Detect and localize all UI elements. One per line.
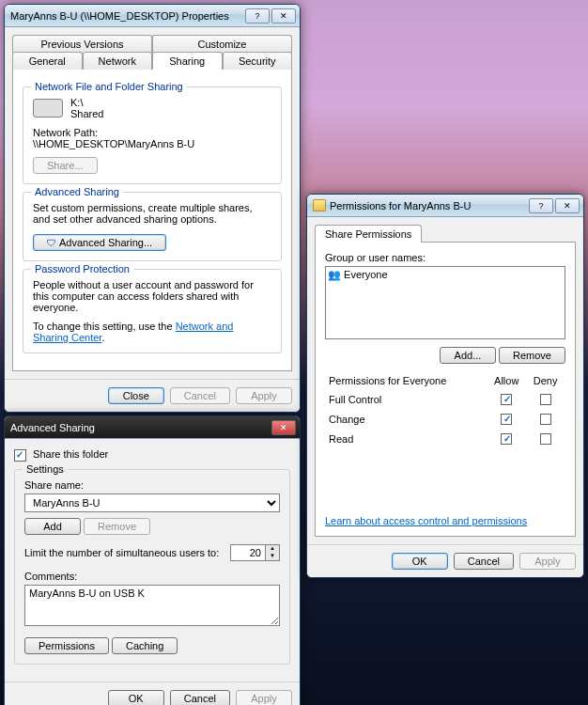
tab-security[interactable]: Security	[223, 52, 293, 70]
limit-label: Limit the number of simultaneous users t…	[24, 547, 223, 558]
advanced-sharing-window: Advanced Sharing ✕ Share this folder Set…	[4, 415, 301, 705]
limit-input[interactable]	[231, 545, 265, 560]
limit-spinner[interactable]: ▲▼	[230, 544, 280, 561]
titlebar: Permissions for MaryAnns B-U ? ✕	[307, 195, 583, 217]
tab-network[interactable]: Network	[83, 52, 153, 70]
pwd-change-line: To change this setting, use the Network …	[33, 321, 271, 343]
cancel-btn[interactable]: Cancel	[170, 387, 230, 404]
properties-buttons: Close Cancel Apply	[5, 379, 300, 412]
tab-customize[interactable]: Customize	[152, 35, 292, 53]
spin-up[interactable]: ▲	[266, 545, 279, 553]
advanced-sharing-button[interactable]: Advanced Sharing...	[33, 234, 166, 251]
properties-window: MaryAnns B-U (\\HOME_DESKTOP) Properties…	[4, 4, 301, 413]
window-title: Permissions for MaryAnns B-U	[330, 200, 527, 212]
properties-body: Previous Versions Customize General Netw…	[5, 27, 300, 379]
close-button[interactable]: ✕	[271, 420, 296, 435]
help-button[interactable]: ?	[245, 8, 270, 24]
help-button[interactable]: ?	[529, 198, 553, 213]
apply-btn[interactable]: Apply	[236, 387, 292, 404]
drive-letter: K:\	[70, 97, 103, 108]
remove-share-button[interactable]: Remove	[84, 518, 150, 535]
network-path-label: Network Path:	[33, 127, 271, 138]
perm-row-full-control: Full Control	[327, 390, 564, 408]
perm-row-change: Change	[327, 410, 564, 428]
apply-btn[interactable]: Apply	[236, 690, 292, 705]
titlebar: MaryAnns B-U (\\HOME_DESKTOP) Properties…	[5, 5, 300, 27]
permissions-button[interactable]: Permissions	[24, 637, 109, 654]
close-button[interactable]: ✕	[271, 8, 296, 24]
settings-legend: Settings	[23, 463, 68, 475]
tab-share-permissions[interactable]: Share Permissions	[315, 225, 422, 243]
cancel-btn[interactable]: Cancel	[170, 690, 230, 705]
tabs-row-2: General Network Sharing Security	[12, 52, 292, 70]
cancel-btn[interactable]: Cancel	[454, 553, 514, 570]
settings-group: Settings Share name: MaryAnns B-U Add Re…	[14, 469, 290, 665]
tab-previous-versions[interactable]: Previous Versions	[12, 35, 152, 53]
add-share-button[interactable]: Add	[24, 518, 81, 535]
tab-general[interactable]: General	[12, 52, 83, 70]
share-name-select[interactable]: MaryAnns B-U	[24, 494, 280, 512]
share-folder-checkbox[interactable]	[14, 449, 26, 462]
read-allow[interactable]	[501, 433, 512, 445]
nfs-legend: Network File and Folder Sharing	[31, 81, 187, 92]
apply-btn[interactable]: Apply	[519, 553, 576, 570]
change-allow[interactable]	[501, 414, 512, 425]
adv-buttons: OK Cancel Apply	[5, 682, 300, 705]
pwd-text: People without a user account and passwo…	[33, 279, 271, 313]
tabs-row-1: Previous Versions Customize	[12, 35, 292, 53]
full-control-deny[interactable]	[540, 394, 551, 405]
comments-label: Comments:	[24, 571, 280, 582]
share-status: Shared	[70, 108, 103, 119]
perm-row-read: Read	[327, 430, 564, 447]
sharing-panel: Network File and Folder Sharing K:\ Shar…	[12, 69, 292, 371]
pwd-legend: Password Protection	[31, 263, 133, 274]
ok-btn[interactable]: OK	[108, 690, 164, 705]
folder-icon	[313, 199, 326, 212]
perm-buttons: OK Cancel Apply	[307, 544, 583, 577]
permissions-window: Permissions for MaryAnns B-U ? ✕ Share P…	[306, 194, 584, 578]
close-button[interactable]: ✕	[555, 198, 580, 213]
deny-header: Deny	[527, 373, 564, 388]
adv-body: Share this folder Settings Share name: M…	[5, 439, 300, 682]
permissions-table: Permissions for Everyone Allow Deny Full…	[325, 371, 565, 449]
users-listbox[interactable]: Everyone	[325, 266, 565, 339]
allow-header: Allow	[487, 373, 525, 388]
user-everyone[interactable]: Everyone	[328, 269, 563, 281]
window-title: Advanced Sharing	[10, 422, 270, 433]
read-deny[interactable]	[540, 433, 551, 445]
add-user-button[interactable]: Add...	[440, 347, 496, 364]
nfs-group: Network File and Folder Sharing K:\ Shar…	[23, 86, 282, 184]
drive-icon	[33, 99, 63, 118]
remove-user-button[interactable]: Remove	[499, 347, 565, 364]
share-button[interactable]: Share...	[33, 157, 98, 174]
share-name-label: Share name:	[24, 479, 280, 491]
perm-panel: Group or user names: Everyone Add... Rem…	[315, 242, 576, 537]
caching-button[interactable]: Caching	[112, 637, 178, 654]
close-btn[interactable]: Close	[108, 387, 164, 404]
group-user-label: Group or user names:	[325, 252, 565, 263]
ok-btn[interactable]: OK	[392, 553, 448, 570]
change-deny[interactable]	[540, 414, 551, 425]
window-title: MaryAnns B-U (\\HOME_DESKTOP) Properties	[10, 10, 243, 22]
password-group: Password Protection People without a use…	[23, 269, 282, 353]
adv-legend: Advanced Sharing	[31, 186, 123, 197]
share-folder-label: Share this folder	[33, 448, 108, 460]
titlebar: Advanced Sharing ✕	[5, 416, 300, 439]
perm-body: Share Permissions Group or user names: E…	[307, 217, 583, 544]
learn-link[interactable]: Learn about access control and permissio…	[325, 515, 527, 526]
tab-sharing[interactable]: Sharing	[152, 52, 223, 70]
full-control-allow[interactable]	[501, 394, 512, 405]
adv-text: Set custom permissions, create multiple …	[33, 202, 271, 225]
perm-for-label: Permissions for Everyone	[327, 373, 486, 388]
spin-down[interactable]: ▼	[266, 553, 279, 560]
people-icon	[328, 269, 341, 280]
comments-textarea[interactable]: MaryAnns B-U on USB K	[24, 585, 280, 626]
network-path: \\HOME_DESKTOP\MaryAnns B-U	[33, 138, 271, 149]
adv-sharing-group: Advanced Sharing Set custom permissions,…	[23, 192, 282, 261]
